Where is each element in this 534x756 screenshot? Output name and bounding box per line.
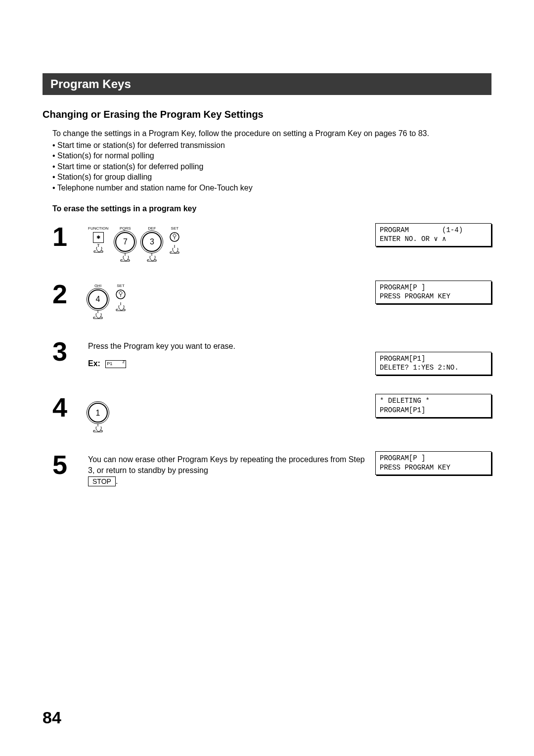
press-hand-icon	[119, 253, 131, 262]
example-line: Ex: P1 Z	[88, 358, 365, 369]
function-key: FUNCTION ✱	[88, 226, 108, 253]
set-key: SET	[115, 284, 127, 311]
intro-bullet: • Station(s) for normal polling	[52, 150, 491, 161]
set-key-icon	[169, 232, 180, 244]
star-key-icon: ✱	[93, 232, 104, 243]
section-subtitle: Changing or Erasing the Program Key Sett…	[43, 109, 491, 120]
lcd-display: PROGRAM[P ] PRESS PROGRAM KEY	[375, 451, 491, 475]
key-4: GHI 4	[88, 284, 108, 319]
step-content: You can now erase other Program Keys by …	[88, 451, 365, 486]
key-3: DEF 3	[142, 226, 162, 262]
step-display: PROGRAM[P1] DELETE? 1:YES 2:NO.	[375, 352, 491, 376]
step-4: 4 1 * DELETING * PROGRAM[P1]	[52, 394, 491, 432]
step-text-end: .	[116, 477, 118, 485]
key-7: PQRS 7	[115, 226, 135, 262]
subhead: To erase the settings in a program key	[52, 204, 491, 213]
step-display: PROGRAM (1-4) ENTER NO. OR ∨ ∧	[375, 223, 491, 247]
step-number: 3	[52, 338, 88, 365]
page-number: 84	[43, 708, 61, 727]
press-hand-icon	[169, 245, 180, 254]
key-1: 1	[88, 397, 108, 432]
intro-bullet: • Station(s) for group dialling	[52, 172, 491, 183]
press-hand-icon	[92, 424, 104, 432]
key-label: FUNCTION	[88, 226, 108, 231]
lcd-display: * DELETING * PROGRAM[P1]	[375, 394, 491, 418]
digit-key-icon: 1	[88, 403, 108, 423]
step-display: * DELETING * PROGRAM[P1]	[375, 394, 491, 418]
set-key-icon	[115, 289, 127, 301]
intro-main: To change the settings in a Program Key,…	[52, 128, 491, 139]
digit-key-icon: 4	[88, 289, 108, 309]
press-hand-icon	[92, 244, 104, 253]
step-display: PROGRAM[P ] PRESS PROGRAM KEY	[375, 451, 491, 475]
lcd-display: PROGRAM[P1] DELETE? 1:YES 2:NO.	[375, 352, 491, 376]
step-3: 3 Press the Program key you want to eras…	[52, 338, 491, 376]
step-5: 5 You can now erase other Program Keys b…	[52, 451, 491, 486]
title-bar: Program Keys	[43, 73, 491, 95]
program-key-p1: P1 Z	[105, 360, 126, 368]
lcd-display: PROGRAM[P ] PRESS PROGRAM KEY	[375, 281, 491, 304]
intro-bullet: • Telephone number and station name for …	[52, 183, 491, 193]
digit-key-icon: 3	[142, 232, 162, 252]
step-content: GHI 4 SET	[88, 281, 365, 319]
step-text: You can now erase other Program Keys by …	[88, 455, 365, 474]
example-label: Ex:	[88, 359, 100, 368]
press-hand-icon	[92, 310, 104, 319]
step-number: 1	[52, 223, 88, 250]
set-key: SET	[169, 226, 180, 254]
step-content: FUNCTION ✱ PQRS 7 DEF 3 SET	[88, 223, 365, 262]
intro-bullet: • Start time or station(s) for deferred …	[52, 140, 491, 151]
digit-key-icon: 7	[115, 232, 135, 252]
step-display: PROGRAM[P ] PRESS PROGRAM KEY	[375, 281, 491, 304]
stop-button: STOP	[88, 476, 116, 487]
key-label: SET	[171, 226, 179, 231]
step-2: 2 GHI 4 SET PROGRAM[P ] PRESS PROGRAM KE…	[52, 281, 491, 319]
step-content: 1	[88, 394, 365, 432]
steps-container: 1 FUNCTION ✱ PQRS 7 DEF 3	[52, 223, 491, 487]
step-number: 4	[52, 394, 88, 421]
step-content: Press the Program key you want to erase.…	[88, 338, 365, 369]
step-1: 1 FUNCTION ✱ PQRS 7 DEF 3	[52, 223, 491, 262]
lcd-display: PROGRAM (1-4) ENTER NO. OR ∨ ∧	[375, 223, 491, 247]
key-label: SET	[117, 284, 125, 288]
press-hand-icon	[146, 253, 158, 262]
intro-block: To change the settings in a Program Key,…	[52, 128, 491, 193]
intro-bullet: • Start time or station(s) for deferred …	[52, 161, 491, 172]
step-text: Press the Program key you want to erase.	[88, 341, 365, 352]
press-hand-icon	[115, 302, 127, 311]
step-number: 5	[52, 451, 88, 478]
step-number: 2	[52, 281, 88, 307]
